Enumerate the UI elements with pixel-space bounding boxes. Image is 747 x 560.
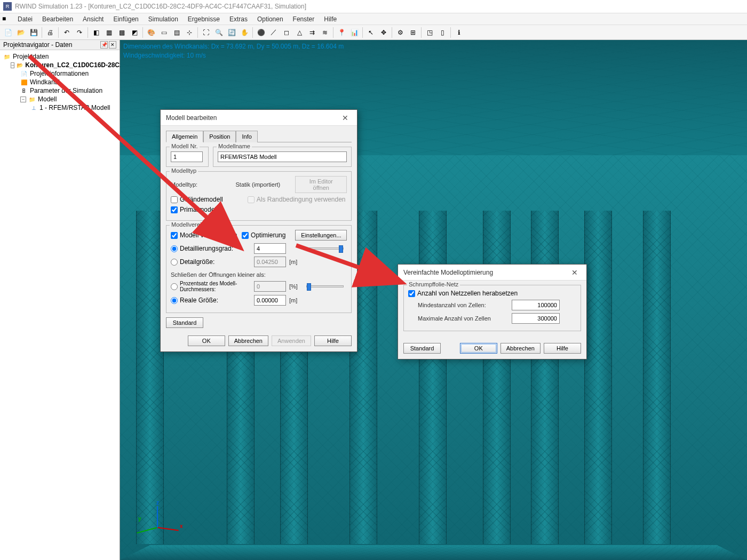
navigator-title: Projektnavigator - Daten bbox=[3, 41, 72, 49]
chart-icon[interactable]: 📊 bbox=[348, 27, 360, 38]
info-icon[interactable]: ℹ bbox=[453, 27, 465, 38]
cancel-button[interactable]: Abbrechen bbox=[500, 343, 541, 354]
mesh-icon[interactable]: ▩ bbox=[116, 27, 128, 38]
menu-einfuegen[interactable]: Einfügen bbox=[108, 14, 143, 24]
menu-ergebnisse[interactable]: Ergebnisse bbox=[183, 14, 225, 24]
menu-extras[interactable]: Extras bbox=[225, 14, 252, 24]
standard-button[interactable]: Standard bbox=[166, 317, 203, 328]
unit-pct: [%] bbox=[289, 283, 303, 290]
triangle-icon[interactable]: △ bbox=[293, 27, 305, 38]
line-icon[interactable]: ／ bbox=[268, 27, 280, 38]
detail-slider[interactable] bbox=[306, 247, 344, 250]
pick-icon[interactable]: ↖ bbox=[365, 27, 377, 38]
radio-size[interactable]: Detailgröße: bbox=[171, 258, 251, 266]
tab-allgemein[interactable]: Allgemein bbox=[166, 131, 203, 142]
close-panel-icon[interactable]: ✕ bbox=[109, 41, 116, 49]
close-icon[interactable]: ✕ bbox=[568, 266, 581, 279]
help-button[interactable]: Hilfe bbox=[544, 343, 581, 354]
chk-terrain[interactable]: Geländemodell bbox=[171, 196, 223, 203]
redo-icon[interactable]: ↷ bbox=[74, 27, 85, 38]
menu-fenster[interactable]: Fenster bbox=[288, 14, 320, 24]
tab-info[interactable]: Info bbox=[236, 131, 257, 142]
tree-item-label: Modell bbox=[38, 95, 57, 103]
group-name-label: Modellname bbox=[217, 143, 252, 149]
box-icon[interactable]: ◻ bbox=[281, 27, 292, 38]
settings-icon[interactable]: ⚙ bbox=[394, 27, 406, 38]
tree-item-info[interactable]: 📄 Projektinformationen bbox=[0, 69, 120, 78]
tree-root[interactable]: 📁 Projektdaten bbox=[0, 52, 120, 61]
zoom-fit-icon[interactable]: ⛶ bbox=[200, 27, 212, 38]
zoom-in-icon[interactable]: 🔍 bbox=[213, 27, 225, 38]
model-nr-field[interactable] bbox=[171, 151, 203, 162]
undo-icon[interactable]: ↶ bbox=[61, 27, 73, 38]
menu-optionen[interactable]: Optionen bbox=[252, 14, 288, 24]
wire-icon[interactable]: ▦ bbox=[103, 27, 115, 38]
axis-icon[interactable]: ⊹ bbox=[184, 27, 195, 38]
chk-boundary: Als Randbedingung verwenden bbox=[248, 196, 346, 203]
help-button[interactable]: Hilfe bbox=[314, 335, 352, 346]
percent-slider[interactable] bbox=[306, 285, 344, 287]
radio-percent[interactable]: Prozentsatz des Modell-Durchmessers: bbox=[171, 281, 251, 292]
settings-button[interactable]: Einstellungen... bbox=[295, 230, 347, 241]
chk-reduce-cells[interactable]: Anzahl von Netzzellen herabsetzen bbox=[408, 290, 518, 297]
percent-field bbox=[254, 281, 286, 292]
ok-button[interactable]: OK bbox=[460, 343, 497, 354]
save-icon[interactable]: 💾 bbox=[28, 27, 39, 38]
chk-primary[interactable]: Primärmodell bbox=[171, 206, 218, 213]
tree-item-params[interactable]: 🎚 Parameter der Simulation bbox=[0, 86, 120, 95]
detail-field[interactable] bbox=[254, 243, 286, 254]
color-icon[interactable]: 🎨 bbox=[145, 27, 157, 38]
print-icon[interactable]: 🖨 bbox=[44, 27, 56, 38]
cube-icon[interactable]: ◧ bbox=[90, 27, 102, 38]
tree-item-modell[interactable]: − 📁 Modell bbox=[0, 95, 120, 103]
dialog-title: Modell bearbeiten bbox=[166, 114, 217, 122]
ok-button[interactable]: OK bbox=[188, 335, 225, 346]
dot-icon[interactable]: ⚫ bbox=[255, 27, 267, 38]
chk-simplify[interactable]: Modell vereinfachen bbox=[171, 231, 239, 239]
move-icon[interactable]: ✥ bbox=[378, 27, 390, 38]
iso-icon[interactable]: ◳ bbox=[424, 27, 435, 38]
edge-icon[interactable]: ◩ bbox=[129, 27, 140, 38]
max-cells-field[interactable] bbox=[512, 313, 560, 324]
tree-item-model-child[interactable]: ⊥ 1 - RFEM/RSTAB Modell bbox=[0, 103, 120, 112]
radio-detail[interactable]: Detaillierungsgrad: bbox=[171, 245, 251, 252]
tree-item-windkanal[interactable]: 🟧 Windkanal bbox=[0, 78, 120, 86]
folder-open-icon: 📂 bbox=[17, 61, 23, 69]
chk-optimize[interactable]: Optimierung bbox=[242, 231, 292, 239]
grid-icon[interactable]: ▤ bbox=[171, 27, 182, 38]
pan-icon[interactable]: ✋ bbox=[239, 27, 250, 38]
tree-root-label: Projektdaten bbox=[13, 53, 49, 60]
info-line-1: Dimensionen des Windkanals: Dx = 73.692 … bbox=[123, 42, 344, 51]
menu-simulation[interactable]: Simulation bbox=[144, 14, 183, 24]
expander-icon[interactable]: − bbox=[20, 97, 26, 102]
model-name-field[interactable] bbox=[218, 151, 347, 162]
flow-icon[interactable]: ≋ bbox=[319, 27, 331, 38]
probe-icon[interactable]: 📍 bbox=[336, 27, 347, 38]
snap-icon[interactable]: ⊞ bbox=[407, 27, 419, 38]
rotate-icon[interactable]: 🔄 bbox=[226, 27, 237, 38]
dialog-titlebar[interactable]: Modell bearbeiten ✕ bbox=[161, 110, 357, 126]
info-line-2: Windgeschwindigkeit: 10 m/s bbox=[123, 51, 344, 60]
tunnel-icon: 🟧 bbox=[20, 78, 28, 86]
cancel-button[interactable]: Abbrechen bbox=[228, 335, 268, 346]
menu-ansicht[interactable]: Ansicht bbox=[78, 14, 108, 24]
tab-position[interactable]: Position bbox=[203, 131, 236, 142]
open-icon[interactable]: 📂 bbox=[15, 27, 27, 38]
close-icon[interactable]: ✕ bbox=[339, 111, 352, 124]
window-title: RWIND Simulation 1.23 - [Konturen_LC2_C1… bbox=[15, 3, 306, 10]
pin-icon[interactable]: 📌 bbox=[100, 41, 108, 49]
tree-project[interactable]: − 📂 Konturen_LC2_C1D0C16D-28C2-4DF bbox=[0, 61, 120, 69]
new-icon[interactable]: 📄 bbox=[2, 27, 14, 38]
real-field[interactable] bbox=[254, 295, 286, 306]
arrows-icon[interactable]: ⇉ bbox=[306, 27, 318, 38]
standard-button[interactable]: Standard bbox=[403, 343, 441, 354]
plane-icon[interactable]: ▭ bbox=[158, 27, 170, 38]
radio-real[interactable]: Reale Größe: bbox=[171, 297, 251, 304]
dialog2-titlebar[interactable]: Vereinfachte Modelloptimierung ✕ bbox=[398, 265, 586, 281]
expander-icon[interactable]: − bbox=[11, 62, 14, 68]
min-cells-field[interactable] bbox=[512, 300, 560, 310]
menu-bearbeiten[interactable]: Bearbeiten bbox=[37, 14, 78, 24]
menu-datei[interactable]: Datei bbox=[13, 14, 37, 24]
front-icon[interactable]: ▯ bbox=[436, 27, 448, 38]
menu-hilfe[interactable]: Hilfe bbox=[319, 14, 341, 24]
